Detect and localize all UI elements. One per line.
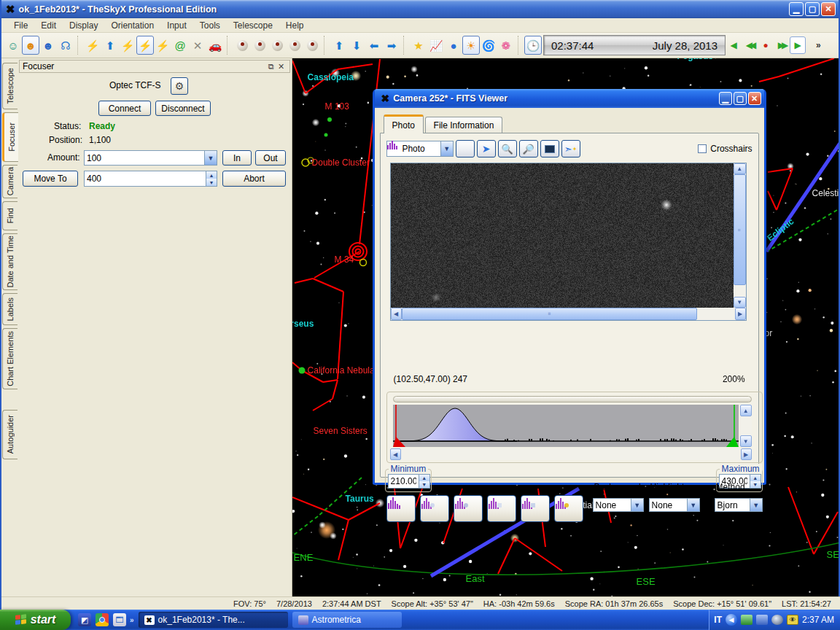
menu-tools[interactable]: Tools (193, 19, 227, 32)
chart-lightning-icon[interactable]: ⚡ (84, 36, 101, 55)
histogram-tool-icon[interactable] (456, 140, 475, 158)
minimum-spinner[interactable]: ▲▼ (419, 475, 429, 488)
tab-date-and-time[interactable]: Date and Time (2, 233, 18, 290)
menu-edit[interactable]: Edit (34, 19, 63, 32)
lightning-down-icon[interactable]: ⚡ (119, 36, 136, 55)
crosshairs-control[interactable]: Crosshairs (698, 144, 752, 154)
quicklaunch-explorer-icon[interactable]: 🗔 (113, 613, 126, 626)
fits-hscrollbar[interactable]: ◀ ≡ ▶ (391, 308, 746, 320)
lightning-blue-icon[interactable]: ⚡ (154, 36, 171, 55)
zoom-out-icon[interactable]: 🔎 (519, 140, 538, 158)
arrow-up-icon[interactable]: ⬆ (101, 36, 119, 55)
stretch-button-5[interactable] (521, 495, 550, 522)
time-rewind-icon[interactable]: ◀◀ (742, 36, 758, 54)
tray-camera-icon[interactable] (771, 615, 783, 625)
planet-orb-icon-3[interactable] (268, 36, 286, 55)
highlights-dropdown-icon[interactable]: ▼ (687, 499, 699, 511)
car-icon[interactable]: 🚗 (206, 36, 224, 55)
time-play-icon[interactable]: ▶ (790, 36, 806, 54)
float-panel-icon[interactable]: ⧉ (266, 62, 276, 71)
connect-telescope-icon[interactable]: ☺ (4, 36, 22, 55)
zoom-in-icon[interactable]: 🔍 (498, 140, 517, 158)
fits-close-button[interactable]: ✕ (748, 92, 761, 105)
stretch-button-3[interactable] (454, 495, 483, 522)
tab-camera[interactable]: Camera (2, 165, 18, 198)
task-theskyx[interactable]: ✖ ok_1Feb2013* - The... (139, 612, 288, 628)
maximum-spinner[interactable]: ▲▼ (750, 475, 761, 488)
menu-display[interactable]: Display (63, 19, 104, 32)
set-time-icon[interactable]: 🕒 (524, 36, 542, 55)
photo-select-dropdown-icon[interactable]: ▼ (440, 141, 453, 156)
fits-vscrollbar[interactable]: ▲ ≡ ▼ (734, 163, 746, 308)
start-button[interactable]: start (0, 610, 71, 630)
disconnect-button[interactable]: Disconnect (155, 101, 211, 116)
stretch-button-1[interactable] (386, 495, 416, 522)
headset-icon[interactable]: ☊ (57, 36, 74, 55)
quicklaunch-app-icon[interactable]: ◩ (78, 613, 91, 626)
at-target-icon[interactable]: @ (171, 36, 189, 55)
fits-title-bar[interactable]: ✖ Camera 252* - FITS Viewer ▁ ▢ ✕ (375, 89, 764, 108)
fits-image[interactable] (391, 163, 734, 308)
tab-find[interactable]: Find (2, 201, 18, 230)
quicklaunch-chrome-icon[interactable] (96, 613, 109, 626)
amount-combo[interactable]: ▼ (84, 150, 217, 166)
user-orange-icon[interactable]: ☻ (22, 36, 39, 55)
stretch-button-6[interactable] (554, 495, 583, 522)
delete-x-icon[interactable]: ✕ (189, 36, 206, 55)
tab-telescope[interactable]: Telescope (2, 63, 18, 109)
tab-chart-elements[interactable]: Chart Elements (2, 328, 18, 389)
magic-pointer-icon[interactable]: ➣✦ (561, 140, 580, 158)
tray-network-icon[interactable] (741, 615, 752, 625)
stretch-button-2[interactable] (420, 495, 449, 522)
task-astrometrica[interactable]: Astrometrica (292, 612, 402, 628)
menu-input[interactable]: Input (160, 19, 193, 32)
close-panel-icon[interactable]: ✕ (276, 62, 287, 71)
in-button[interactable]: In (222, 150, 252, 166)
planet-orb-icon-5[interactable] (303, 36, 321, 55)
pan-down-icon[interactable]: ⬇ (348, 36, 365, 55)
background-select[interactable]: ▼ (593, 498, 644, 512)
lightning-boxed-icon[interactable]: ⚡ (136, 36, 154, 55)
image-tool-icon[interactable] (540, 140, 559, 158)
move-to-field[interactable]: ▲▼ (84, 171, 217, 187)
menu-telescope[interactable]: Telescope (227, 19, 279, 32)
close-button[interactable]: ✕ (821, 2, 836, 16)
move-to-button[interactable]: Move To (23, 171, 78, 187)
focuser-settings-button[interactable]: ⚙ (171, 77, 188, 95)
tray-eye-icon[interactable]: 👁 (787, 615, 798, 625)
crosshairs-checkbox[interactable] (698, 144, 707, 153)
pan-up-icon[interactable]: ⬆ (330, 36, 348, 55)
histogram-hscroll[interactable]: ◀ ▶ (390, 448, 752, 460)
menu-orientation[interactable]: Orientation (104, 19, 160, 32)
pan-right-icon[interactable]: ➡ (383, 36, 400, 55)
tab-focuser[interactable]: Focuser (2, 112, 18, 162)
toolbar-overflow-chevron[interactable]: » (816, 40, 821, 50)
chart-line-icon[interactable]: 📈 (427, 36, 445, 55)
method-select[interactable]: ▼ (715, 498, 763, 512)
planet-orb-icon-4[interactable] (286, 36, 303, 55)
time-skip-back-icon[interactable]: ◀ (726, 36, 742, 54)
background-dropdown-icon[interactable]: ▼ (631, 499, 643, 511)
abort-button[interactable]: Abort (222, 171, 286, 187)
highlights-select[interactable]: ▼ (649, 498, 700, 512)
planet-orb-icon-1[interactable] (233, 36, 251, 55)
tab-autoguider[interactable]: Autoguider (2, 410, 18, 459)
star-chart[interactable]: PegasusCassiopeiaM 103Double ClusterM 34… (292, 58, 839, 596)
maximize-button[interactable]: ▢ (805, 2, 820, 16)
time-stop-icon[interactable]: ● (758, 36, 774, 54)
pointer-tool-icon[interactable]: ➤ (477, 140, 496, 158)
out-button[interactable]: Out (255, 150, 286, 166)
minimize-button[interactable]: ▁ (789, 2, 804, 16)
planet-orb-icon-2[interactable] (251, 36, 268, 55)
tray-connection-icon[interactable] (756, 615, 768, 625)
connect-button[interactable]: Connect (98, 101, 151, 116)
fits-tab-file-information[interactable]: File Information (425, 117, 503, 133)
fits-maximize-button[interactable]: ▢ (734, 92, 747, 105)
stretch-button-4[interactable] (487, 495, 516, 522)
tray-collapse-chevron[interactable]: ◀ (726, 614, 737, 626)
menu-help[interactable]: Help (279, 19, 311, 32)
move-to-spinner[interactable]: ▲▼ (206, 171, 217, 186)
pan-left-icon[interactable]: ⬅ (365, 36, 383, 55)
star-icon[interactable]: ★ (410, 36, 427, 55)
quicklaunch-overflow-chevron[interactable]: » (130, 616, 134, 624)
